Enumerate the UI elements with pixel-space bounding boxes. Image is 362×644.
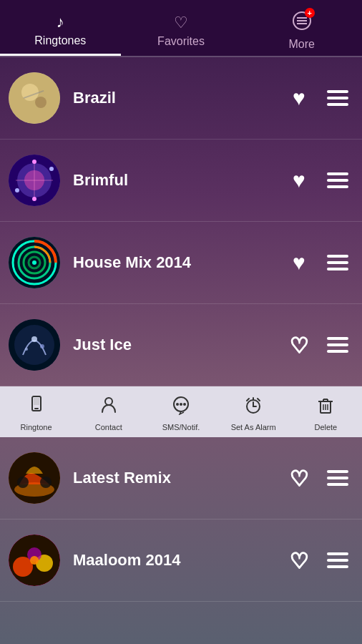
svg-point-33 [176, 403, 179, 406]
svg-point-24 [14, 325, 54, 365]
menu-line [327, 559, 348, 562]
song-title-brimful: Brimful [73, 171, 283, 190]
svg-rect-30 [34, 398, 39, 405]
menu-line [327, 337, 348, 340]
heart-btn-latest[interactable]: ♡ [283, 462, 315, 494]
ctx-contact-label: Contact [95, 423, 122, 431]
tab-bar: ♪ Ringtones ♡ Favorites + More [0, 0, 362, 57]
tab-more[interactable]: + More [241, 0, 362, 56]
avatar-brimful [9, 155, 60, 206]
ctx-contact[interactable]: Contact [84, 395, 134, 431]
trash-icon [315, 395, 336, 420]
ctx-sms[interactable]: SMS/Notif. [156, 395, 206, 431]
song-title-justice: Just Ice [73, 336, 283, 354]
song-list: Brazil ♥ Brimful ♥ [0, 57, 362, 602]
ctx-alarm-label: Set As Alarm [231, 423, 276, 431]
menu-btn-brazil[interactable] [322, 82, 353, 114]
ctx-ringtone-label: Ringtone [21, 423, 52, 431]
song-row-housemix: House Mix 2014 ♥ [0, 222, 362, 304]
svg-line-40 [258, 399, 260, 401]
menu-btn-justice[interactable] [322, 329, 353, 361]
heart-icon-maaloom: ♡ [290, 548, 309, 573]
avatar-housemix [9, 237, 60, 288]
menu-line [327, 483, 348, 486]
music-icon: ♪ [57, 13, 64, 31]
ctx-delete[interactable]: Delete [300, 395, 351, 431]
heart-icon-brimful: ♥ [293, 168, 305, 192]
tab-favorites[interactable]: ♡ Favorites [121, 0, 242, 56]
menu-line [327, 172, 348, 175]
svg-point-26 [25, 348, 28, 351]
svg-point-16 [15, 188, 19, 192]
svg-point-53 [40, 477, 52, 488]
menu-line [327, 103, 348, 106]
menu-line [327, 179, 348, 182]
avatar-brazil [9, 72, 60, 124]
song-title-maaloom: Maaloom 2014 [73, 551, 283, 570]
chat-icon [171, 395, 191, 420]
ctx-ringtone[interactable]: Ringtone [11, 395, 62, 431]
svg-point-52 [17, 477, 29, 488]
ctx-delete-label: Delete [314, 423, 337, 431]
menu-line [327, 185, 348, 188]
menu-line [327, 268, 348, 270]
svg-line-39 [247, 399, 249, 401]
song-title-housemix: House Mix 2014 [73, 253, 283, 272]
more-tab-label: More [288, 38, 314, 51]
svg-rect-1 [297, 17, 307, 19]
heart-btn-brimful[interactable]: ♥ [283, 165, 315, 196]
avatar-latest [9, 452, 60, 504]
heart-btn-brazil[interactable]: ♥ [283, 82, 315, 114]
alarm-icon [243, 395, 263, 420]
svg-point-22 [32, 260, 36, 265]
svg-point-14 [32, 197, 36, 201]
song-row-latest: Latest Remix ♡ [0, 437, 362, 519]
menu-line [327, 343, 348, 346]
svg-rect-3 [297, 23, 307, 24]
svg-point-13 [32, 160, 36, 164]
menu-line [327, 90, 348, 93]
menu-line [327, 552, 348, 555]
menu-line [327, 477, 348, 479]
menu-btn-housemix[interactable] [322, 247, 353, 278]
svg-rect-2 [297, 20, 307, 21]
person-icon [99, 395, 119, 420]
song-row-maaloom: Maaloom 2014 ♡ [0, 519, 362, 602]
tab-ringtones[interactable]: ♪ Ringtones [0, 0, 121, 56]
svg-point-15 [49, 167, 54, 171]
song-row-brazil: Brazil ♥ [0, 57, 362, 140]
song-row-brimful: Brimful ♥ [0, 140, 362, 222]
favorites-tab-label: Favorites [157, 35, 205, 48]
menu-line [327, 261, 348, 264]
song-title-latest: Latest Remix [73, 469, 283, 487]
context-menu: Ringtone Contact SMS/Notif. [0, 386, 362, 437]
ctx-alarm[interactable]: Set As Alarm [228, 395, 278, 431]
svg-rect-29 [34, 408, 39, 409]
heart-icon-housemix: ♥ [293, 250, 305, 275]
heart-btn-housemix[interactable]: ♥ [283, 247, 315, 278]
svg-point-6 [35, 97, 47, 108]
menu-line [327, 350, 348, 353]
svg-point-25 [31, 336, 37, 342]
svg-point-27 [40, 344, 44, 348]
song-title-brazil: Brazil [73, 89, 283, 107]
heart-btn-justice[interactable]: ♡ [283, 329, 315, 361]
heart-icon-justice: ♡ [290, 333, 309, 358]
heart-btn-maaloom[interactable]: ♡ [283, 545, 315, 576]
menu-line [327, 470, 348, 473]
menu-btn-maaloom[interactable] [322, 545, 353, 576]
phone-icon [26, 395, 47, 420]
avatar-brazil-img [9, 72, 60, 124]
avatar-maaloom [9, 535, 60, 586]
menu-line [327, 97, 348, 99]
ringtones-tab-label: Ringtones [34, 34, 86, 47]
svg-point-35 [183, 403, 186, 406]
heart-icon-latest: ♡ [290, 466, 309, 491]
ctx-sms-label: SMS/Notif. [162, 423, 200, 431]
song-row-justice: Just Ice ♡ [0, 304, 362, 386]
more-tab-icon: + [292, 11, 312, 35]
svg-point-34 [180, 403, 182, 406]
menu-btn-latest[interactable] [322, 462, 353, 494]
plus-badge: + [305, 8, 315, 18]
menu-btn-brimful[interactable] [322, 165, 353, 196]
